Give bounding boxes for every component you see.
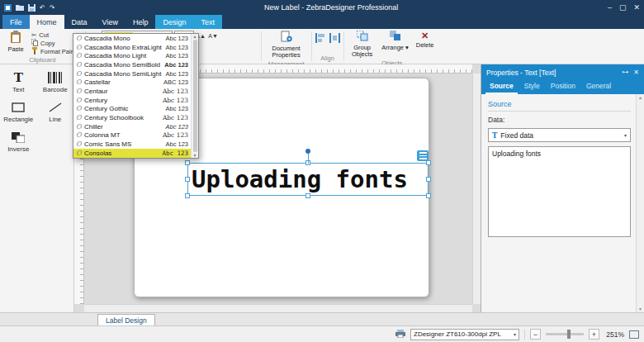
tab-text[interactable]: Text	[193, 15, 222, 29]
tool-rectangle[interactable]: Rectangle	[0, 97, 37, 126]
font-list-item[interactable]: O Cascadia Mono Light Abc 123	[73, 51, 191, 60]
status-bar: ZDesigner ZT610-300dpi ZPL ▾ − + 251%	[0, 325, 644, 342]
document-properties-icon	[281, 31, 292, 45]
font-type-icon: O	[76, 52, 84, 59]
shrink-font-icon[interactable]: A▼	[208, 31, 219, 41]
toolbox: T Text Barcode Rectangle Line Inverse	[0, 64, 74, 312]
resize-handle[interactable]	[185, 193, 190, 198]
tab-data[interactable]: Data	[64, 15, 95, 29]
scroll-up-icon[interactable]: ▲	[638, 95, 642, 100]
resize-handle[interactable]	[185, 177, 190, 182]
properties-tab-style[interactable]: Style	[520, 80, 544, 94]
tool-barcode[interactable]: Barcode	[37, 67, 74, 97]
scrollbar-thumb[interactable]	[193, 40, 197, 152]
chevron-down-icon[interactable]: ▾	[514, 331, 516, 337]
tool-text[interactable]: T Text	[0, 67, 37, 97]
maximize-button[interactable]: ▢	[619, 3, 627, 12]
scroll-up-icon[interactable]: ▲	[193, 34, 197, 39]
document-properties-button[interactable]: Document Properties	[265, 31, 308, 59]
text-object-content: Uploading fonts	[188, 164, 428, 195]
text-tool-icon: T	[14, 71, 23, 84]
objects-group: Group Objects Arrange ▾ ✕ Delete Objects	[344, 29, 440, 64]
undo-icon[interactable]: ↶	[40, 4, 45, 12]
scroll-down-icon[interactable]: ▼	[638, 306, 642, 311]
group-objects-icon	[357, 31, 368, 44]
font-list-item[interactable]: O Chiller Abc 123	[73, 122, 191, 131]
tab-view[interactable]: View	[95, 15, 125, 29]
align-group: Align	[312, 29, 343, 64]
font-list-item[interactable]: O Colonna MT Abc 123	[73, 131, 191, 140]
text-object[interactable]: Uploading fonts	[187, 163, 429, 196]
quick-access-toolbar: ↶ ↷	[4, 4, 54, 12]
properties-tab-source[interactable]: Source	[485, 80, 518, 94]
statusbar-separator	[524, 330, 525, 340]
redo-icon[interactable]: ↷	[50, 4, 55, 12]
dropdown-scrollbar[interactable]: ▲ ▼	[191, 34, 198, 158]
properties-title: Properties - Text [Text]	[486, 69, 556, 77]
tab-file[interactable]: File	[2, 15, 30, 29]
font-list-item[interactable]: O Century Abc 123	[73, 96, 191, 105]
font-list-item[interactable]: O Cascadia Mono ExtraLight Abc 123	[73, 43, 191, 52]
paste-button[interactable]: Paste	[3, 31, 28, 55]
pin-icon[interactable]: ⊶	[622, 69, 628, 76]
data-content-textarea[interactable]: Uploading fonts	[488, 146, 631, 237]
zoom-to-fit-icon[interactable]	[629, 330, 639, 339]
font-list-item[interactable]: O Cascadia Mono SemiBold Abc 123	[73, 60, 191, 69]
data-type-combobox[interactable]: T Fixed data ▾	[488, 128, 631, 142]
font-list-item[interactable]: O Comic Sans MS Abc 123	[73, 140, 191, 149]
data-label: Data:	[488, 116, 631, 124]
resize-handle[interactable]	[305, 193, 310, 198]
resize-handle[interactable]	[185, 160, 190, 165]
font-list-item[interactable]: O Century Gothic Abc 123	[73, 105, 191, 114]
tool-line[interactable]: Line	[37, 97, 74, 126]
font-list-item[interactable]: O Castellar ABC 123	[73, 78, 191, 87]
document-tab-bar: Label Design	[0, 312, 644, 325]
align-left-icon[interactable]	[315, 33, 326, 45]
font-list-item[interactable]: O Centaur Abc 123	[73, 87, 191, 96]
rotation-handle[interactable]	[305, 149, 310, 154]
panel-scrollbar[interactable]: ▲ ▼	[636, 94, 644, 312]
font-list-item[interactable]: O Century Schoolbook Abc 123	[73, 113, 191, 122]
properties-tab-general[interactable]: General	[582, 80, 615, 94]
scroll-down-icon[interactable]: ▼	[193, 153, 197, 158]
zoom-slider[interactable]	[546, 333, 584, 335]
zoom-out-button[interactable]: −	[530, 329, 541, 340]
font-type-icon: O	[76, 61, 84, 69]
app-icon	[4, 4, 12, 12]
font-list-item[interactable]: O Cascadia Mono SemiLight Abc 123	[73, 69, 191, 78]
arrange-icon	[390, 31, 401, 44]
panel-close-icon[interactable]: ✕	[633, 69, 639, 76]
tab-help[interactable]: Help	[125, 15, 156, 29]
tab-design[interactable]: Design	[155, 15, 193, 29]
font-type-icon: O	[76, 131, 84, 139]
font-type-icon: O	[76, 114, 84, 121]
font-list-item[interactable]: O Cascadia Mono Abc 123	[73, 34, 191, 43]
document-tab-label-design[interactable]: Label Design	[97, 314, 155, 325]
line-icon	[49, 101, 62, 114]
tool-inverse[interactable]: Inverse	[0, 126, 37, 156]
object-menu-icon[interactable]	[417, 150, 429, 161]
resize-handle[interactable]	[426, 177, 431, 182]
canvas-vertical-scrollbar[interactable]	[472, 74, 481, 304]
group-objects-button[interactable]: Group Objects	[348, 31, 377, 59]
align-group-label: Align	[315, 54, 340, 64]
close-button[interactable]: ✕	[633, 3, 640, 12]
zoom-slider-thumb[interactable]	[567, 330, 571, 339]
resize-handle[interactable]	[426, 193, 431, 198]
minimize-button[interactable]: –	[608, 3, 612, 12]
arrange-button[interactable]: Arrange ▾	[381, 31, 410, 59]
tab-home[interactable]: Home	[30, 15, 64, 29]
delete-button[interactable]: ✕ Delete	[414, 31, 437, 59]
font-dropdown-list: O Cascadia Mono Abc 123 O Cascadia Mono …	[73, 33, 199, 159]
canvas-horizontal-scrollbar[interactable]	[84, 304, 472, 312]
font-list-item-selected[interactable]: O Consolas Abc 123	[73, 149, 191, 158]
open-folder-icon[interactable]	[16, 4, 24, 11]
distribute-icon[interactable]	[329, 33, 340, 45]
properties-tab-position[interactable]: Position	[547, 80, 580, 94]
printer-combobox[interactable]: ZDesigner ZT610-300dpi ZPL ▾	[410, 329, 519, 340]
save-icon[interactable]	[28, 4, 36, 12]
printer-icon	[395, 330, 405, 340]
chevron-down-icon[interactable]: ▾	[624, 132, 627, 138]
properties-tabs: Source Style Position General	[481, 80, 644, 94]
zoom-in-button[interactable]: +	[589, 329, 599, 340]
